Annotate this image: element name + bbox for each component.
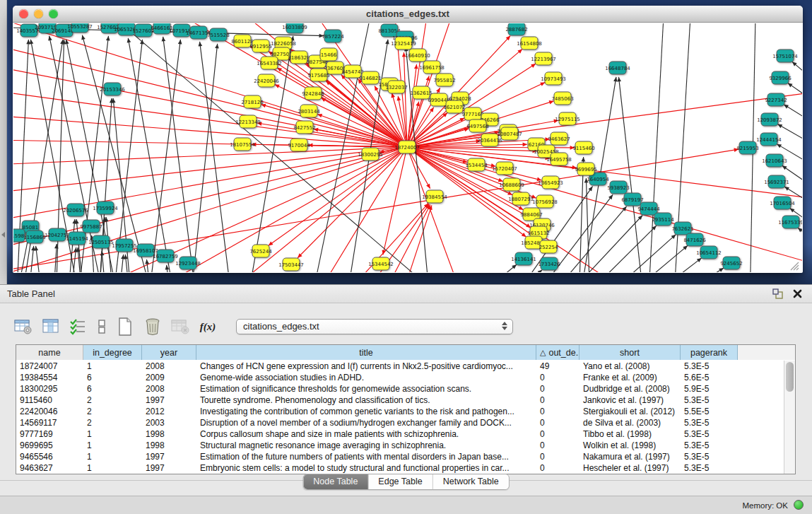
cell-year[interactable]: 2008 xyxy=(142,383,196,395)
cell-pagerank[interactable]: 5.6E-5 xyxy=(681,372,738,383)
cell-name[interactable]: 9777169 xyxy=(16,428,83,440)
cell-year[interactable]: 2009 xyxy=(142,372,196,383)
column-header-short[interactable]: short xyxy=(579,345,681,360)
cell-year[interactable]: 2008 xyxy=(142,361,196,372)
float-window-icon[interactable] xyxy=(772,288,784,302)
cell-year[interactable]: 2012 xyxy=(142,406,196,417)
tab-node-table[interactable]: Node Table xyxy=(303,474,368,489)
cell-pagerank[interactable]: 5.3E-5 xyxy=(681,462,738,474)
cell-pagerank[interactable]: 5.5E-5 xyxy=(681,406,738,417)
table-row[interactable]: 946554611997Estimation of the future num… xyxy=(16,451,784,462)
cell-name[interactable]: 14569117 xyxy=(16,417,83,428)
cell-in-degree[interactable]: 1 xyxy=(83,440,142,451)
column-header-pagerank[interactable]: pagerank xyxy=(681,345,738,360)
cell-name[interactable]: 9699695 xyxy=(16,440,83,451)
cell-name[interactable]: 18724007 xyxy=(16,361,83,372)
cell-in-degree[interactable]: 2 xyxy=(83,395,142,406)
cell-out-de-[interactable]: 0 xyxy=(536,462,579,474)
cell-short[interactable]: Tibbo et al. (1998) xyxy=(579,428,681,440)
cell-year[interactable]: 1997 xyxy=(142,395,196,406)
cell-out-de-[interactable]: 0 xyxy=(536,406,579,417)
cell-title[interactable]: Corpus callosum shape and size in male p… xyxy=(196,428,536,440)
delete-column-button[interactable] xyxy=(142,316,163,337)
cell-title[interactable]: Disruption of a novel member of a sodium… xyxy=(196,417,536,428)
function-builder-button[interactable]: f(x) xyxy=(197,316,218,337)
cell-out-de-[interactable]: 49 xyxy=(536,361,579,372)
cell-out-de-[interactable]: 0 xyxy=(536,395,579,406)
table-row[interactable]: 969969511998Structural magnetic resonanc… xyxy=(16,440,784,451)
table-vertical-scrollbar[interactable] xyxy=(784,361,795,474)
cell-out-de-[interactable]: 0 xyxy=(536,451,579,462)
cell-year[interactable]: 1998 xyxy=(142,428,196,440)
cell-out-de-[interactable]: 0 xyxy=(536,372,579,383)
cell-year[interactable]: 2003 xyxy=(142,417,196,428)
table-row[interactable]: 911546021997Tourette syndrome. Phenomeno… xyxy=(16,395,784,406)
cell-in-degree[interactable]: 1 xyxy=(83,462,142,474)
table-row[interactable]: 1456911722003Disruption of a novel membe… xyxy=(16,417,784,428)
cell-pagerank[interactable]: 5.3E-5 xyxy=(681,440,738,451)
column-header-out-de-[interactable]: △out_de... xyxy=(536,345,579,360)
cell-in-degree[interactable]: 2 xyxy=(83,406,142,417)
cell-short[interactable]: de Silva et al. (2003) xyxy=(579,417,681,428)
row-height-button[interactable] xyxy=(95,316,108,337)
cell-title[interactable]: Estimation of the future numbers of pati… xyxy=(196,451,536,462)
cell-short[interactable]: Stergiakouli et al. (2012) xyxy=(579,406,681,417)
cell-title[interactable]: Tourette syndrome. Phenomenology and cla… xyxy=(196,395,536,406)
cell-in-degree[interactable]: 2 xyxy=(83,417,142,428)
cell-in-degree[interactable]: 1 xyxy=(83,428,142,440)
cell-title[interactable]: Genome-wide association studies in ADHD. xyxy=(196,372,536,383)
tab-network-table[interactable]: Network Table xyxy=(433,474,509,489)
table-selector-dropdown[interactable]: citations_edges.txt xyxy=(236,319,513,334)
column-header-title[interactable]: title xyxy=(196,345,536,360)
cell-name[interactable]: 19384554 xyxy=(16,372,83,383)
table-row[interactable]: 977716911998Corpus callosum shape and si… xyxy=(16,428,784,440)
table-row[interactable]: 946362711997Embryonic stem cells: a mode… xyxy=(16,462,784,474)
cell-short[interactable]: Wolkin et al. (1998) xyxy=(579,440,681,451)
column-header-in-degree[interactable]: in_degree xyxy=(83,345,142,360)
cell-year[interactable]: 1997 xyxy=(142,462,196,474)
cell-title[interactable]: Changes of HCN gene expression and I(f) … xyxy=(196,361,536,372)
cell-year[interactable]: 1997 xyxy=(142,451,196,462)
new-file-button[interactable] xyxy=(114,316,136,337)
cell-short[interactable]: Nakamura et al. (1997) xyxy=(579,451,681,462)
cell-out-de-[interactable]: 0 xyxy=(536,428,579,440)
cell-short[interactable]: Hescheler et al. (1997) xyxy=(579,462,681,474)
cell-short[interactable]: Franke et al. (2009) xyxy=(579,372,681,383)
cell-pagerank[interactable]: 5.3E-5 xyxy=(681,417,738,428)
cell-pagerank[interactable]: 5.3E-5 xyxy=(681,428,738,440)
cell-name[interactable]: 9463627 xyxy=(16,462,83,474)
cell-out-de-[interactable]: 0 xyxy=(536,417,579,428)
cell-title[interactable]: Structural magnetic resonance image aver… xyxy=(196,440,536,451)
scrollbar-thumb[interactable] xyxy=(786,362,794,392)
panel-collapse-handle[interactable] xyxy=(1,232,5,238)
cell-title[interactable]: Embryonic stem cells: a model to study s… xyxy=(196,462,536,474)
cell-pagerank[interactable]: 5.3E-5 xyxy=(681,451,738,462)
cell-name[interactable]: 9465546 xyxy=(16,451,83,462)
select-columns-button[interactable] xyxy=(68,316,89,337)
cell-name[interactable]: 18300295 xyxy=(16,383,83,395)
panel-close-icon[interactable] xyxy=(793,288,802,301)
cell-title[interactable]: Estimation of significance thresholds fo… xyxy=(196,383,536,395)
column-header-name[interactable]: name xyxy=(16,345,83,360)
cell-out-de-[interactable]: 0 xyxy=(536,440,579,451)
cell-in-degree[interactable]: 6 xyxy=(83,383,142,395)
memory-ok-indicator[interactable] xyxy=(794,500,804,510)
cell-short[interactable]: Dudbridge et al. (2008) xyxy=(579,383,681,395)
cell-short[interactable]: Jankovic et al. (1997) xyxy=(579,395,681,406)
cell-pagerank[interactable]: 5.3E-5 xyxy=(681,395,738,406)
cell-out-de-[interactable]: 0 xyxy=(536,383,579,395)
cell-in-degree[interactable]: 1 xyxy=(83,451,142,462)
cell-in-degree[interactable]: 6 xyxy=(83,372,142,383)
cell-in-degree[interactable]: 1 xyxy=(83,361,142,372)
cell-year[interactable]: 1998 xyxy=(142,440,196,451)
tab-edge-table[interactable]: Edge Table xyxy=(368,474,433,489)
cell-name[interactable]: 9115460 xyxy=(16,395,83,406)
table-row[interactable]: 1830029562008Estimation of significance … xyxy=(16,383,784,395)
table-row[interactable]: 1872400712008Changes of HCN gene express… xyxy=(16,361,784,372)
network-graph-canvas[interactable]: 1403557220937194206914061055328715276021… xyxy=(13,23,802,272)
cell-short[interactable]: Yano et al. (2008) xyxy=(579,361,681,372)
cell-pagerank[interactable]: 5.3E-5 xyxy=(681,361,738,372)
table-settings-button[interactable] xyxy=(13,316,34,337)
table-row[interactable]: 2242004622012Investigating the contribut… xyxy=(16,406,784,417)
show-columns-button[interactable] xyxy=(40,316,61,337)
